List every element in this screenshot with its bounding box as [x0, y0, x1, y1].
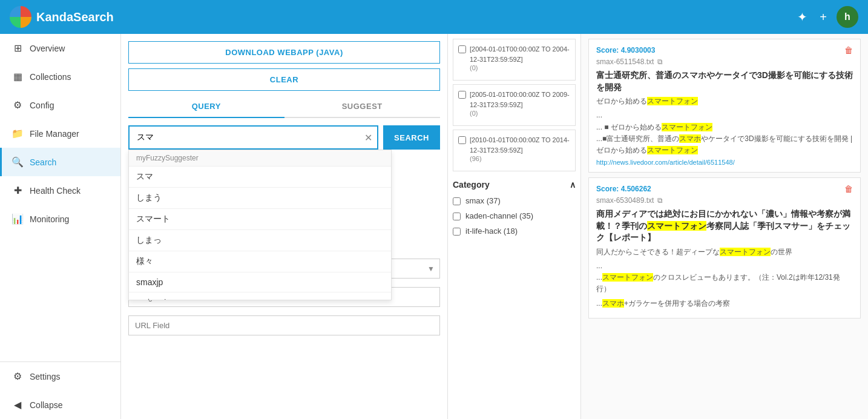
- date-filter-checkbox-1[interactable]: [458, 45, 466, 53]
- sidebar-item-health-check[interactable]: ✚ Health Check: [0, 176, 120, 205]
- date-filter-range-1: [2004-01-01T00:00:00Z TO 2004-12-31T23:5…: [470, 44, 570, 71]
- category-header[interactable]: Category ∧: [453, 176, 576, 193]
- result-snippet-2a: 同人だからこそできる！超ディープなスマートフォンの世界: [596, 246, 853, 258]
- highlight-span: スマートフォン: [647, 146, 698, 154]
- category-item-it-life-hack: it-life-hack (18): [453, 223, 576, 239]
- add-icon[interactable]: +: [817, 8, 829, 27]
- top-bar: KandaSearch ✦ + h: [0, 0, 868, 34]
- date-filter-2: [2005-01-01T00:00:00Z TO 2009-12-31T23:5…: [453, 84, 576, 126]
- settings-icon: ⚙: [12, 371, 24, 382]
- result-title-2: 商用メディアでは絶対にお目にかかれない「濃い」情報や考察が満載！？季刊のスマート…: [596, 208, 853, 244]
- file-name-2: smax-6530489.txt: [596, 196, 654, 205]
- puzzle-icon[interactable]: ✦: [795, 7, 810, 27]
- sidebar-item-monitoring[interactable]: 📊 Monitoring: [0, 205, 120, 233]
- date-filter-1: [2004-01-01T00:00:00Z TO 2004-12-31T23:5…: [453, 39, 576, 81]
- tab-query[interactable]: QUERY: [128, 96, 284, 118]
- category-checkbox-smax[interactable]: [453, 197, 461, 205]
- file-info-1: smax-6511548.txt ⧉: [596, 58, 853, 66]
- sidebar-item-collapse[interactable]: ◀ Collapse: [0, 391, 120, 419]
- highlight-span: スマートフォン: [662, 123, 712, 131]
- autocomplete-group-label: myFuzzySuggester: [129, 150, 391, 167]
- sidebar-item-overview[interactable]: ⊞ Overview: [0, 34, 120, 62]
- date-filter-range-2: [2005-01-01T00:00:00Z TO 2009-12-31T23:5…: [470, 90, 570, 117]
- collections-icon: ▦: [12, 71, 24, 82]
- date-filter-checkbox-3[interactable]: [458, 136, 466, 144]
- sidebar-item-label: Collections: [30, 72, 71, 82]
- result-snippet-2c: ...スマホ+ガラケーを併用する場合の考察: [596, 298, 853, 309]
- sidebar-item-search[interactable]: 🔍 Search: [0, 148, 120, 176]
- delete-button-2[interactable]: 🗑: [844, 184, 853, 194]
- search-clear-button[interactable]: ✕: [364, 132, 372, 144]
- category-checkbox-ithack[interactable]: [453, 228, 461, 236]
- sidebar-item-label: Monitoring: [30, 214, 69, 224]
- result-snippet-2b: ... ...スマートフォンのクロスレビューもあります。（注：Vol.2は昨年1…: [596, 260, 853, 295]
- date-filter-3: [2010-01-01T00:00:00Z TO 2014-12-31T23:5…: [453, 130, 576, 171]
- category-checkbox-kaden[interactable]: [453, 213, 461, 220]
- app-name: KandaSearch: [36, 10, 114, 24]
- sidebar-item-label: Health Check: [30, 186, 81, 196]
- copy-icon-1[interactable]: ⧉: [657, 58, 663, 66]
- logo-area: KandaSearch: [10, 6, 114, 28]
- category-item-label-ithack: it-life-hack (18): [465, 226, 518, 236]
- sidebar-item-config[interactable]: ⚙ Config: [0, 91, 120, 119]
- category-item-label-kaden: kaden-channel (35): [465, 211, 533, 220]
- category-item-label-smax: smax (37): [465, 196, 501, 205]
- result-card-header-2: Score: 4.506262 🗑: [596, 184, 853, 194]
- file-name-1: smax-6511548.txt: [596, 58, 654, 66]
- date-filter-row: [2010-01-01T00:00:00Z TO 2014-12-31T23:5…: [458, 135, 570, 162]
- autocomplete-item[interactable]: smaxjp: [129, 272, 391, 292]
- search-nav-icon: 🔍: [12, 156, 24, 168]
- autocomplete-item[interactable]: しまう: [129, 188, 391, 209]
- sidebar-item-collections[interactable]: ▦ Collections: [0, 62, 120, 91]
- autocomplete-item[interactable]: 様々: [129, 251, 391, 272]
- sidebar-item-label: Overview: [30, 44, 65, 53]
- autocomplete-item[interactable]: しまっ: [129, 230, 391, 251]
- logo-icon: [10, 6, 31, 28]
- autocomplete-item[interactable]: スマ: [129, 167, 391, 188]
- sidebar-bottom: ⚙ Settings ◀ Collapse: [0, 361, 120, 419]
- download-webapp-button[interactable]: DOWNLOAD WEBAPP (JAVA): [128, 41, 440, 64]
- overview-icon: ⊞: [12, 42, 24, 54]
- health-check-icon: ✚: [12, 185, 24, 196]
- user-avatar[interactable]: h: [837, 6, 858, 28]
- middle-panel: [2004-01-01T00:00:00Z TO 2004-12-31T23:5…: [448, 34, 581, 419]
- copy-icon-2[interactable]: ⧉: [657, 196, 663, 205]
- search-container: ✕ SEARCH myFuzzySuggester スマ しまう スマート しま…: [128, 125, 440, 150]
- search-input[interactable]: [130, 127, 377, 148]
- monitoring-icon: 📊: [12, 213, 24, 225]
- tabs-row: QUERY SUGGEST: [128, 96, 440, 118]
- date-filter-checkbox-2[interactable]: [458, 91, 466, 99]
- result-card-header-1: Score: 4.9030003 🗑: [596, 45, 853, 55]
- score-label-1: Score: 4.9030003: [596, 46, 655, 54]
- url-field-input[interactable]: [128, 315, 440, 335]
- date-filter-range-3: [2010-01-01T00:00:00Z TO 2014-12-31T23:5…: [470, 135, 570, 162]
- sidebar-item-label: File Manager: [30, 129, 79, 139]
- delete-button-1[interactable]: 🗑: [844, 45, 853, 55]
- sidebar-item-file-manager[interactable]: 📁 File Manager: [0, 119, 120, 148]
- sidebar: ⊞ Overview ▦ Collections ⚙ Config 📁 File…: [0, 34, 121, 419]
- autocomplete-item[interactable]: スマート: [129, 209, 391, 230]
- sidebar-item-label: Collapse: [30, 400, 62, 410]
- url-field-group: [128, 315, 440, 335]
- clear-button[interactable]: CLEAR: [128, 68, 440, 91]
- category-item-kaden-channel: kaden-channel (35): [453, 208, 576, 223]
- file-info-2: smax-6530489.txt ⧉: [596, 196, 853, 205]
- result-card-2: Score: 4.506262 🗑 smax-6530489.txt ⧉ 商用メ…: [588, 177, 861, 318]
- tab-suggest[interactable]: SUGGEST: [284, 96, 441, 117]
- result-card-1: Score: 4.9030003 🗑 smax-6511548.txt ⧉ 富士…: [588, 39, 861, 173]
- sidebar-item-label: Config: [30, 101, 54, 110]
- category-label: Category: [453, 180, 490, 190]
- category-section: Category ∧ smax (37) kaden-channel (35) …: [453, 176, 576, 239]
- sidebar-item-settings[interactable]: ⚙ Settings: [0, 362, 120, 391]
- search-input-wrap: ✕: [128, 125, 378, 150]
- collapse-icon: ◀: [12, 399, 24, 411]
- autocomplete-dropdown: myFuzzySuggester スマ しまう スマート しまっ 様々 smax…: [128, 150, 392, 300]
- highlight-span: スマートフォン: [602, 273, 653, 282]
- search-button[interactable]: SEARCH: [383, 125, 440, 150]
- highlight-span: スマホ: [679, 134, 701, 143]
- top-bar-right: ✦ + h: [795, 6, 858, 28]
- result-url-1[interactable]: http://news.livedoor.com/article/detail/…: [596, 159, 853, 166]
- highlight-span: スマートフォン: [647, 97, 698, 105]
- autocomplete-item[interactable]: スタート: [129, 292, 391, 300]
- config-icon: ⚙: [12, 99, 24, 111]
